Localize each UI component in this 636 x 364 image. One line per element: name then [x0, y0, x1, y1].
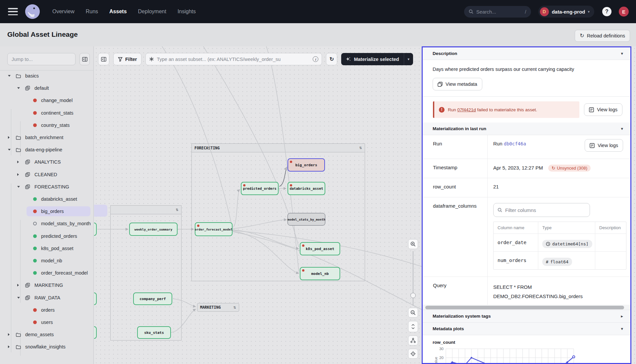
collapse-sidebar-button[interactable] — [80, 53, 90, 65]
tree-item-change_model[interactable]: change_model — [0, 95, 94, 105]
run-id-link[interactable]: db0cf46a — [504, 141, 526, 146]
asset-node-label: k8s_pod_asset — [306, 247, 334, 251]
tree-item-model_stats_by_month[interactable]: model_stats_by_month — [0, 219, 94, 229]
asset-node-k8s_pod_asset[interactable]: k8s_pod_asset — [300, 242, 340, 255]
caret-right-icon[interactable] — [8, 136, 10, 139]
zoom-out-button[interactable] — [408, 308, 418, 318]
asset-subset-input[interactable] — [157, 57, 310, 62]
panel-horizontal-scrollbar — [423, 305, 630, 310]
tree-item-snowflake_insights[interactable]: snowflake_insights — [0, 342, 94, 352]
tree-item-CLEANED[interactable]: CLEANED — [0, 170, 94, 180]
tree-item-FORECASTING[interactable]: FORECASTING — [0, 182, 94, 192]
zoom-in-button[interactable] — [408, 239, 418, 249]
avatar[interactable]: E — [619, 7, 629, 17]
asset-node-databricks_asset[interactable]: databricks_asset — [288, 182, 325, 195]
tree-item-model_nb[interactable]: model_nb — [0, 256, 94, 266]
materialization-status-dot — [243, 184, 245, 186]
caret-right-icon[interactable] — [17, 284, 19, 286]
tree-item-data-eng-pipeline[interactable]: data-eng-pipeline — [0, 145, 94, 155]
caret-down-icon[interactable] — [17, 186, 20, 188]
chevron-down-icon[interactable]: ▾ — [621, 51, 623, 56]
nav-item-assets[interactable]: Assets — [109, 9, 127, 15]
caret-right-icon[interactable] — [17, 161, 19, 163]
caret-down-icon[interactable] — [17, 297, 20, 299]
caret-down-icon[interactable] — [17, 87, 20, 89]
asset-node-model_stats_by_month[interactable]: model_stats_by_month — [288, 213, 325, 226]
description-section-header[interactable]: Description ▾ — [423, 47, 630, 60]
materialize-selected-button[interactable]: Materialize selected ▾ — [341, 53, 413, 65]
help-icon[interactable]: ? — [602, 7, 611, 16]
view-metadata-button[interactable]: View metadata — [433, 78, 482, 90]
asset-node-sku_stats[interactable]: sku_stats — [137, 326, 171, 339]
tree-item-label: snowflake_insights — [25, 344, 66, 349]
caret-right-icon[interactable] — [8, 345, 10, 348]
chevron-down-icon[interactable]: ▾ — [621, 126, 623, 131]
nav-item-deployment[interactable]: Deployment — [138, 9, 166, 15]
tree-item-ANALYTICS[interactable]: ANALYTICS — [0, 157, 94, 167]
view-logs-button[interactable]: View logs — [584, 103, 622, 116]
last-run-section-header[interactable]: Materialization in last run ▾ — [423, 123, 630, 135]
caret-right-icon[interactable] — [8, 333, 10, 336]
scrollbar-thumb[interactable] — [425, 306, 624, 309]
tree-item-order_forecast_model[interactable]: order_forecast_model — [0, 268, 94, 278]
tree-item-MARKETING[interactable]: MARKETING — [0, 280, 94, 290]
chevron-right-icon[interactable]: ▸ — [621, 314, 623, 319]
tree-item-predicted_orders[interactable]: predicted_orders — [0, 231, 94, 241]
view-logs-button[interactable]: View logs — [585, 139, 623, 152]
tree-item-databricks_asset[interactable]: databricks_asset — [0, 194, 94, 204]
refresh-graph-button[interactable]: ↻ — [326, 53, 337, 65]
tree-item-label: order_forecast_model — [41, 270, 88, 276]
asset-node-company_perf[interactable]: company_perf — [133, 292, 172, 305]
asset-node-big_orders[interactable]: big_orders — [288, 158, 325, 172]
recenter-button[interactable] — [408, 349, 418, 359]
tree-item-default[interactable]: default — [0, 83, 94, 93]
nav-item-insights[interactable]: Insights — [178, 9, 196, 15]
filter-columns-input[interactable] — [505, 207, 586, 213]
tree-item-batch_enrichment[interactable]: batch_enrichment — [0, 132, 94, 142]
tree-item-users[interactable]: users — [0, 317, 94, 327]
nav-item-runs[interactable]: Runs — [86, 9, 98, 15]
group-expand-icon[interactable]: ⇅ — [234, 306, 236, 309]
tree-item-label: FORECASTING — [34, 184, 69, 189]
tree-item-basics[interactable]: basics — [0, 71, 94, 81]
dagster-logo-icon[interactable] — [25, 4, 40, 19]
tree-item-orders[interactable]: orders — [0, 305, 94, 315]
collapse-panel-button[interactable] — [98, 53, 109, 65]
zoom-slider[interactable] — [408, 251, 418, 306]
global-search-input[interactable]: Search... / — [464, 6, 531, 18]
failed-run-link[interactable]: 07f4421d — [457, 107, 476, 112]
workspace-switcher[interactable]: D data-eng-prod ▾ — [538, 6, 594, 18]
type-badge: datetime64[ns] — [542, 240, 592, 248]
tree-item-k8s_pod_asset[interactable]: k8s_pod_asset — [0, 243, 94, 253]
tree-item-big_orders[interactable]: big_orders — [0, 206, 94, 216]
graph-layout-button[interactable] — [408, 336, 418, 345]
tree-item-country_stats[interactable]: country_stats — [0, 120, 94, 130]
filter-button[interactable]: Filter — [113, 53, 141, 65]
reload-definitions-button[interactable]: ↻ Reload definitions — [575, 30, 630, 42]
collapse-groups-button[interactable] — [408, 321, 418, 332]
system-tags-section-header[interactable]: Materialization system tags ▸ — [423, 310, 630, 323]
jump-to-input[interactable] — [7, 53, 76, 65]
asset-node-order_forecast_model[interactable]: order_forecast_model — [195, 222, 233, 236]
asset-node-predicted_orders[interactable]: predicted_orders — [241, 182, 279, 195]
materialize-options-dropdown[interactable]: ▾ — [404, 57, 413, 61]
code-location-icon — [25, 160, 30, 164]
data-point — [471, 357, 472, 358]
asset-group-marketing-collapsed[interactable]: MARKETING ⇅ — [197, 303, 239, 312]
tree-item-continent_stats[interactable]: continent_stats — [0, 108, 94, 118]
asset-node-weekly_order_summary[interactable]: weekly_order_summary — [129, 223, 178, 236]
zoom-slider-handle[interactable] — [410, 293, 416, 298]
nav-item-overview[interactable]: Overview — [52, 9, 75, 15]
caret-down-icon[interactable] — [8, 75, 11, 77]
tree-item-RAW_DATA[interactable]: RAW_DATA — [0, 293, 94, 303]
metadata-plots-section-header[interactable]: Metadata plots ▾ — [423, 323, 630, 335]
tree-item-demo_assets[interactable]: demo_assets — [0, 330, 94, 339]
info-icon[interactable]: i — [313, 56, 318, 62]
plot-title: row_count — [423, 335, 630, 345]
chevron-down-icon[interactable]: ▾ — [621, 326, 623, 331]
asset-node-model_nb[interactable]: model_nb — [300, 267, 340, 280]
hamburger-menu-icon[interactable] — [8, 8, 18, 15]
status-dot-green — [33, 197, 37, 201]
caret-right-icon[interactable] — [17, 173, 19, 176]
caret-down-icon[interactable] — [8, 149, 11, 151]
